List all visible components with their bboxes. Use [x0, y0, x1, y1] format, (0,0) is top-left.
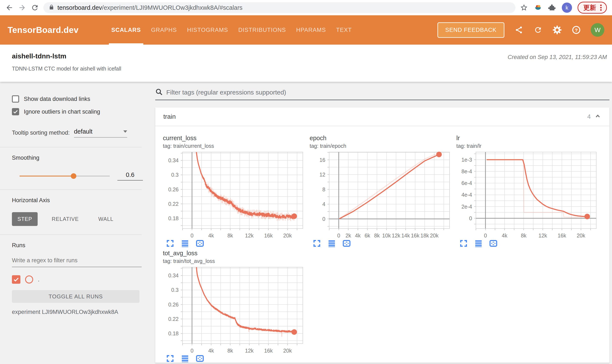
fit-domain-icon[interactable] — [196, 239, 204, 248]
tab-graphs[interactable]: GRAPHS — [146, 15, 182, 45]
svg-text:0.22: 0.22 — [168, 316, 179, 322]
axis-wall-button[interactable]: WALL — [93, 212, 119, 226]
chart-plot[interactable]: 04k8k12k16k20k02e-44e-46e-48e-41e-3 — [456, 151, 598, 238]
chart-title: current_loss — [163, 135, 305, 142]
chart-title: lr — [456, 135, 598, 142]
expand-chart-icon[interactable] — [313, 239, 321, 248]
scalar-chart-card: current_loss tag: train/current_loss 04k… — [163, 135, 305, 248]
svg-text:12k: 12k — [245, 233, 254, 238]
svg-text:0.3: 0.3 — [171, 172, 179, 178]
svg-text:0.18: 0.18 — [168, 330, 179, 336]
forward-icon[interactable] — [18, 3, 26, 12]
tab-text[interactable]: TEXT — [331, 15, 357, 45]
tab-scalars[interactable]: SCALARS — [106, 15, 146, 45]
reload-icon[interactable] — [31, 3, 39, 12]
chart-toolbar — [310, 239, 451, 248]
log-scale-toggle-icon[interactable] — [181, 239, 189, 248]
browser-profile-avatar[interactable]: k — [562, 2, 572, 13]
svg-text:0.26: 0.26 — [168, 186, 179, 192]
kebab-menu-icon — [599, 4, 602, 12]
experiment-id-label: experiment LJI9MWUORLOw3jkdhxwk8A — [12, 309, 149, 315]
axis-step-button[interactable]: STEP — [12, 212, 38, 226]
fit-domain-icon[interactable] — [489, 239, 498, 248]
fit-domain-icon[interactable] — [342, 239, 351, 248]
svg-text:20k: 20k — [430, 233, 439, 238]
checkbox-unchecked-icon — [12, 95, 19, 103]
runs-label: Runs — [12, 242, 149, 249]
tab-distributions[interactable]: DISTRIBUTIONS — [233, 15, 291, 45]
scalar-chart-card: lr tag: train/lr 04k8k12k16k20k02e-44e-4… — [456, 135, 598, 248]
tab-histograms[interactable]: HISTOGRAMS — [182, 15, 233, 45]
dropdown-arrow-icon — [123, 130, 127, 133]
svg-text:0.22: 0.22 — [168, 201, 179, 207]
collapse-chevron-icon[interactable] — [594, 113, 601, 121]
help-icon[interactable]: ? — [571, 25, 581, 35]
refresh-icon[interactable] — [533, 25, 543, 35]
toggle-all-runs-button[interactable]: TOGGLE ALL RUNS — [12, 290, 139, 303]
ignore-outliers-checkbox[interactable]: Ignore outliers in chart scaling — [12, 108, 149, 115]
svg-text:8k: 8k — [227, 348, 233, 353]
run-checkbox[interactable] — [12, 275, 20, 284]
tensorboard-page: tensorboard.dev/experiment/LJI9MWUORLOw3… — [0, 0, 612, 364]
svg-text:4k: 4k — [209, 233, 214, 238]
tooltip-sorting-dropdown[interactable]: default — [74, 128, 127, 138]
expand-chart-icon[interactable] — [166, 354, 174, 363]
svg-text:12k: 12k — [245, 348, 254, 353]
expand-chart-icon[interactable] — [459, 239, 468, 248]
extension-bowl-icon[interactable] — [534, 3, 542, 12]
experiment-created-timestamp: Created on Sep 13, 2021, 11:59:23 AM — [508, 54, 607, 61]
log-scale-toggle-icon[interactable] — [181, 354, 189, 363]
chart-plot[interactable]: 02k4k6k8k10k12k14k16k18k20k0481216 — [310, 151, 451, 238]
chart-title: epoch — [310, 135, 451, 142]
filter-tags-row — [155, 88, 610, 100]
svg-text:12k: 12k — [538, 233, 547, 238]
chart-plot[interactable]: 04k8k12k16k20k0.180.220.260.30.34 — [163, 151, 305, 238]
extensions-puzzle-icon[interactable] — [548, 3, 556, 12]
chart-tag: tag: train/current_loss — [163, 143, 305, 149]
tab-hparams[interactable]: HPARAMS — [291, 15, 331, 45]
log-scale-toggle-icon[interactable] — [474, 239, 483, 248]
filter-tags-input[interactable] — [166, 89, 610, 96]
expand-chart-icon[interactable] — [166, 239, 174, 248]
svg-text:10k: 10k — [382, 233, 391, 238]
app-logo[interactable]: TensorBoard.dev — [8, 25, 79, 35]
slider-thumb[interactable] — [71, 173, 76, 179]
smoothing-slider[interactable] — [20, 176, 110, 176]
svg-text:16k: 16k — [264, 348, 273, 353]
svg-text:8k: 8k — [521, 233, 527, 238]
update-label: 更新 — [583, 3, 596, 12]
checkbox-checked-icon — [12, 108, 19, 115]
svg-text:1e-3: 1e-3 — [461, 157, 472, 163]
address-bar[interactable]: tensorboard.dev/experiment/LJI9MWUORLOw3… — [43, 2, 515, 13]
svg-text:18k: 18k — [420, 233, 429, 238]
share-icon[interactable] — [514, 25, 524, 35]
chart-toolbar — [456, 239, 598, 248]
settings-gear-icon[interactable] — [553, 25, 562, 35]
svg-text:0.3: 0.3 — [171, 287, 179, 293]
log-scale-toggle-icon[interactable] — [327, 239, 336, 248]
section-chart-count: 4 — [587, 113, 591, 120]
svg-text:0: 0 — [469, 215, 472, 221]
svg-text:6e-4: 6e-4 — [461, 180, 472, 186]
nav-tabs: SCALARS GRAPHS HISTOGRAMS DISTRIBUTIONS … — [106, 15, 357, 45]
settings-sidebar: Show data download links Ignore outliers… — [0, 82, 149, 364]
lock-icon — [48, 4, 55, 11]
svg-text:8e-4: 8e-4 — [461, 169, 472, 174]
fit-domain-icon[interactable] — [196, 354, 204, 363]
back-icon[interactable] — [5, 3, 14, 12]
chrome-update-menu-button[interactable]: 更新 — [578, 2, 607, 13]
axis-relative-button[interactable]: RELATIVE — [46, 212, 84, 226]
account-avatar[interactable]: W — [591, 23, 604, 37]
train-section-header[interactable]: train 4 — [155, 107, 610, 126]
chart-plot[interactable]: 04k8k12k16k20k0.180.220.260.30.34 — [163, 266, 305, 353]
send-feedback-button[interactable]: SEND FEEDBACK — [437, 22, 504, 38]
svg-text:20k: 20k — [283, 348, 292, 353]
svg-text:0: 0 — [191, 348, 194, 353]
runs-filter-input[interactable] — [12, 256, 142, 267]
smoothing-value-field[interactable]: 0.6 — [117, 171, 143, 181]
show-download-links-checkbox[interactable]: Show data download links — [12, 95, 149, 103]
scalar-chart-card: tot_avg_loss tag: train/tot_avg_loss 04k… — [163, 250, 305, 363]
svg-text:8k: 8k — [227, 233, 233, 238]
bookmark-star-icon[interactable] — [520, 3, 528, 12]
svg-text:2e-4: 2e-4 — [461, 204, 472, 210]
